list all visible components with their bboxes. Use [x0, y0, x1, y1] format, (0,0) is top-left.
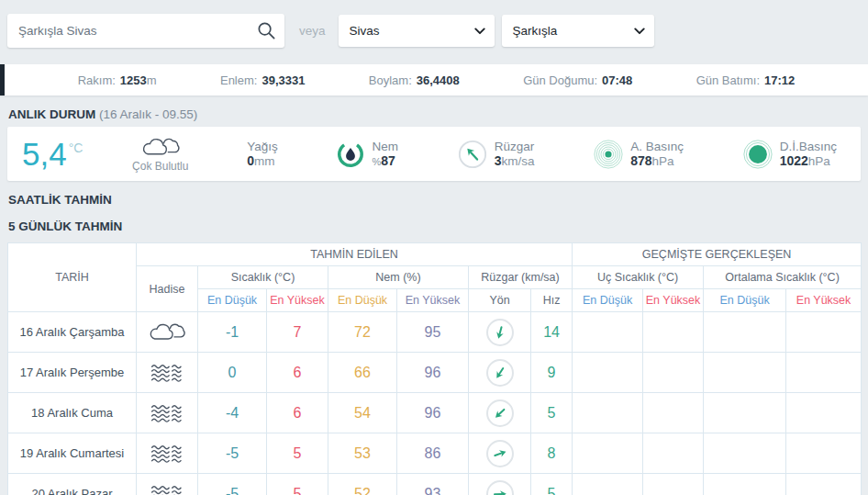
precipitation-metric: Yağış 0mm [247, 140, 278, 169]
past-avg-max-value [786, 393, 862, 433]
daily-section-label: 5 GÜNLÜK TAHMİN [8, 219, 122, 233]
col-header-avg-max: En Yüksek [786, 289, 862, 312]
sea-level-pressure-metric: D.İ.Basınç 1022hPa [742, 139, 837, 170]
precipitation-label: Yağış [247, 140, 278, 153]
past-extreme-max-value [643, 433, 704, 474]
fog-icon [148, 401, 186, 424]
province-select[interactable]: Sivas [339, 15, 495, 47]
location-info-bar: Rakım:1253m Enlem:39,3331 Boylam:36,4408… [0, 64, 868, 96]
past-avg-min-value [704, 312, 786, 353]
temp-min-value: -5 [198, 474, 267, 495]
col-group-forecast: TAHMİN EDİLEN [137, 243, 573, 266]
forecast-date: 19 Aralık Cumartesi [8, 433, 137, 474]
station-pressure-value: 878hPa [630, 153, 684, 169]
humidity-min-value: 54 [328, 393, 397, 433]
temp-min-value: -4 [198, 393, 267, 433]
wind-direction-cell [469, 312, 531, 353]
humidity-max-value: 96 [397, 353, 469, 393]
past-avg-max-value [786, 312, 862, 353]
forecast-row: 17 Aralık Perşembe0666969 [8, 353, 862, 393]
weather-event-cell [137, 393, 198, 433]
col-header-avg-temp: Ortalama Sıcaklık (°C) [704, 266, 862, 289]
wind-direction-icon [486, 480, 514, 495]
forecast-row: 19 Aralık Cumartesi-5553868 [8, 433, 862, 474]
humidity-gauge-icon [336, 140, 365, 169]
sea-level-pressure-label: D.İ.Basınç [780, 140, 837, 153]
precipitation-value: 0mm [247, 153, 278, 169]
temp-min-value: -1 [198, 312, 267, 353]
humidity-metric: Nem %87 [336, 140, 398, 169]
humidity-max-value: 86 [397, 433, 469, 474]
past-extreme-max-value [643, 474, 704, 495]
fog-icon [148, 361, 186, 384]
wind-direction-cell [469, 353, 531, 393]
temp-max-value: 6 [267, 353, 328, 393]
col-header-wind-dir: Yön [469, 289, 531, 312]
humidity-value: %87 [372, 153, 398, 169]
past-extreme-min-value [573, 393, 643, 433]
col-header-extreme-min: En Düşük [573, 289, 643, 312]
weather-event-cell [137, 474, 198, 495]
location-search-bar: veya Sivas Şarkışla [0, 0, 868, 53]
wind-value: 3km/sa [495, 153, 535, 169]
wind-metric: Rüzgar 3km/sa [457, 139, 535, 170]
past-avg-max-value [786, 433, 862, 474]
sea-level-pressure-value: 1022hPa [780, 153, 837, 169]
wind-direction-icon [486, 399, 514, 427]
station-pressure-metric: A. Basınç 878hPa [593, 139, 684, 170]
humidity-min-value: 53 [328, 433, 397, 474]
current-temperature-unit: °C [69, 141, 83, 155]
search-input[interactable] [7, 14, 246, 48]
weather-event-cell [137, 312, 198, 353]
daily-forecast-table: TARİH TAHMİN EDİLEN GEÇMİŞTE GERÇEKLEŞEN… [7, 242, 862, 495]
district-select[interactable]: Şarkışla [502, 15, 654, 47]
past-extreme-max-value [643, 312, 704, 353]
past-avg-max-value [786, 353, 862, 393]
hourly-section-title: SAATLİK TAHMİN [0, 181, 868, 212]
past-avg-max-value [786, 474, 862, 495]
search-box [7, 14, 284, 48]
col-header-temp-max: En Yüksek [267, 289, 328, 312]
past-extreme-min-value [573, 433, 643, 474]
past-avg-min-value [704, 393, 786, 433]
forecast-date: 18 Aralık Cuma [8, 393, 137, 433]
current-section-label: ANLIK DURUM [8, 107, 95, 121]
humidity-min-value: 66 [328, 353, 397, 393]
col-header-wind-speed: Hız [531, 289, 573, 312]
humidity-label: Nem [372, 140, 398, 153]
wind-direction-cell [469, 474, 531, 495]
forecast-date: 16 Aralık Çarşamba [8, 312, 137, 353]
current-temperature: 5,4 °C [22, 136, 83, 173]
past-extreme-min-value [573, 474, 643, 495]
col-header-humidity: Nem (%) [328, 266, 469, 289]
forecast-row: 16 Aralık Çarşamba-17729514 [8, 312, 862, 353]
daily-section-title: 5 GÜNLÜK TAHMİN [0, 212, 868, 239]
station-pressure-label: A. Basınç [630, 140, 684, 153]
station-pressure-icon [593, 139, 624, 170]
col-header-date: TARİH [8, 243, 137, 312]
latitude-info: Enlem:39,3331 [220, 73, 305, 87]
col-group-past: GEÇMİŞTE GERÇEKLEŞEN [573, 243, 862, 266]
humidity-max-value: 93 [397, 474, 469, 495]
col-header-event: Hadise [137, 266, 198, 312]
col-header-temperature: Sıcaklık (°C) [198, 266, 328, 289]
province-select-value: Sivas [350, 24, 380, 38]
wind-direction-icon [486, 440, 514, 467]
past-avg-min-value [704, 474, 786, 495]
temp-min-value: -5 [198, 433, 267, 474]
past-extreme-min-value [573, 312, 643, 353]
temp-max-value: 7 [267, 312, 328, 353]
sea-level-pressure-icon [742, 139, 773, 170]
wind-speed-value: 5 [531, 474, 573, 495]
fog-icon [148, 482, 186, 495]
current-temperature-value: 5,4 [22, 136, 67, 173]
wind-speed-value: 14 [531, 312, 573, 353]
weather-page: veya Sivas Şarkışla Rakım:1253m Enlem:39… [0, 0, 868, 495]
search-icon[interactable] [256, 20, 277, 41]
humidity-min-value: 72 [328, 312, 397, 353]
temp-max-value: 5 [267, 474, 328, 495]
longitude-info: Boylam:36,4408 [369, 73, 460, 87]
wind-direction-cell [469, 433, 531, 474]
current-condition: Çok Bulutlu [132, 135, 188, 173]
wind-speed-value: 9 [531, 353, 573, 393]
